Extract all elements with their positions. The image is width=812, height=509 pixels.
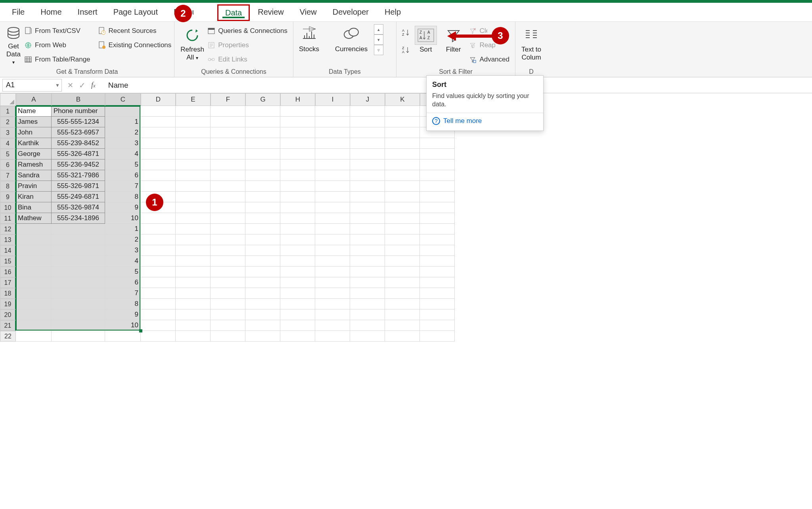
cell-H2[interactable]	[280, 117, 315, 127]
row-header-13[interactable]: 13	[0, 234, 16, 245]
cell-G4[interactable]	[245, 138, 280, 149]
cell-J13[interactable]	[350, 234, 385, 245]
cell-D20[interactable]	[141, 309, 176, 320]
row-header-9[interactable]: 9	[0, 192, 16, 202]
cell-D12[interactable]	[141, 224, 176, 234]
cell-H6[interactable]	[280, 159, 315, 170]
col-header-K[interactable]: K	[385, 93, 420, 106]
cell-E11[interactable]	[176, 213, 211, 224]
cell-A4[interactable]: Karthik	[16, 138, 52, 149]
queries-connections-button[interactable]: Queries & Connections	[207, 25, 287, 37]
cell-G6[interactable]	[245, 159, 280, 170]
cell-E22[interactable]	[176, 331, 211, 342]
cell-H21[interactable]	[280, 320, 315, 331]
col-header-A[interactable]: A	[16, 93, 52, 106]
cell-I3[interactable]	[315, 127, 350, 138]
select-all-corner[interactable]	[0, 93, 16, 106]
cell-H8[interactable]	[280, 181, 315, 192]
cell-C19[interactable]: 8	[105, 299, 141, 309]
cell-B21[interactable]	[52, 320, 105, 331]
cell-D2[interactable]	[141, 117, 176, 127]
cell-B3[interactable]: 555-523-6957	[52, 127, 105, 138]
col-header-C[interactable]: C	[105, 93, 141, 106]
row-header-11[interactable]: 11	[0, 213, 16, 224]
cell-G7[interactable]	[245, 170, 280, 181]
cell-A8[interactable]: Pravin	[16, 181, 52, 192]
cell-J10[interactable]	[350, 202, 385, 213]
cell-J15[interactable]	[350, 256, 385, 267]
cell-B7[interactable]: 555-321-7986	[52, 170, 105, 181]
cell-K12[interactable]	[385, 224, 420, 234]
row-header-20[interactable]: 20	[0, 309, 16, 320]
cell-F10[interactable]	[211, 202, 245, 213]
cell-B2[interactable]: 555-555-1234	[52, 117, 105, 127]
cell-E19[interactable]	[176, 299, 211, 309]
cell-H22[interactable]	[280, 331, 315, 342]
cell-J7[interactable]	[350, 170, 385, 181]
cell-L20[interactable]	[420, 309, 455, 320]
cell-D8[interactable]	[141, 181, 176, 192]
cell-E10[interactable]	[176, 202, 211, 213]
cell-J11[interactable]	[350, 213, 385, 224]
cell-I7[interactable]	[315, 170, 350, 181]
cell-E13[interactable]	[176, 234, 211, 245]
cell-D22[interactable]	[141, 331, 176, 342]
cell-L15[interactable]	[420, 256, 455, 267]
cell-F15[interactable]	[211, 256, 245, 267]
col-header-I[interactable]: I	[315, 93, 350, 106]
cell-H15[interactable]	[280, 256, 315, 267]
cell-C2[interactable]: 1	[105, 117, 141, 127]
cell-I17[interactable]	[315, 277, 350, 288]
advanced-filter-button[interactable]: Advanced	[468, 54, 509, 65]
cell-L6[interactable]	[420, 159, 455, 170]
cell-K6[interactable]	[385, 159, 420, 170]
cell-C11[interactable]: 10	[105, 213, 141, 224]
tab-file[interactable]: File	[4, 3, 33, 22]
cell-K11[interactable]	[385, 213, 420, 224]
cell-I6[interactable]	[315, 159, 350, 170]
tab-review[interactable]: Review	[250, 3, 292, 22]
cell-F6[interactable]	[211, 159, 245, 170]
cell-H11[interactable]	[280, 213, 315, 224]
tab-data[interactable]: Data	[217, 4, 250, 21]
cell-I18[interactable]	[315, 288, 350, 299]
cell-I19[interactable]	[315, 299, 350, 309]
cell-G2[interactable]	[245, 117, 280, 127]
get-data-button[interactable]: GetData ▾	[6, 24, 21, 64]
cell-A12[interactable]	[16, 224, 52, 234]
cell-F2[interactable]	[211, 117, 245, 127]
stocks-button[interactable]: Stocks	[299, 26, 319, 53]
cell-K4[interactable]	[385, 138, 420, 149]
fx-icon[interactable]: fx	[91, 81, 96, 89]
cell-D17[interactable]	[141, 277, 176, 288]
cell-B11[interactable]: 555-234-1896	[52, 213, 105, 224]
cell-E6[interactable]	[176, 159, 211, 170]
cell-J6[interactable]	[350, 159, 385, 170]
cell-G9[interactable]	[245, 192, 280, 202]
cell-F22[interactable]	[211, 331, 245, 342]
cell-C16[interactable]: 5	[105, 267, 141, 277]
cell-C14[interactable]: 3	[105, 245, 141, 256]
cell-I11[interactable]	[315, 213, 350, 224]
cell-L7[interactable]	[420, 170, 455, 181]
cell-B16[interactable]	[52, 267, 105, 277]
cell-G20[interactable]	[245, 309, 280, 320]
cell-L17[interactable]	[420, 277, 455, 288]
existing-connections-button[interactable]: Existing Connections	[98, 39, 172, 51]
tab-home[interactable]: Home	[33, 3, 69, 22]
cell-A1[interactable]: Name	[16, 106, 52, 117]
from-table-range-button[interactable]: From Table/Range	[24, 54, 90, 65]
row-header-17[interactable]: 17	[0, 277, 16, 288]
cell-J17[interactable]	[350, 277, 385, 288]
cell-I15[interactable]	[315, 256, 350, 267]
cell-J14[interactable]	[350, 245, 385, 256]
gallery-more-icon[interactable]: ▿	[374, 45, 383, 55]
row-header-18[interactable]: 18	[0, 288, 16, 299]
cell-J18[interactable]	[350, 288, 385, 299]
cell-K3[interactable]	[385, 127, 420, 138]
cell-F19[interactable]	[211, 299, 245, 309]
cell-D4[interactable]	[141, 138, 176, 149]
cell-F8[interactable]	[211, 181, 245, 192]
cell-J21[interactable]	[350, 320, 385, 331]
row-header-7[interactable]: 7	[0, 170, 16, 181]
